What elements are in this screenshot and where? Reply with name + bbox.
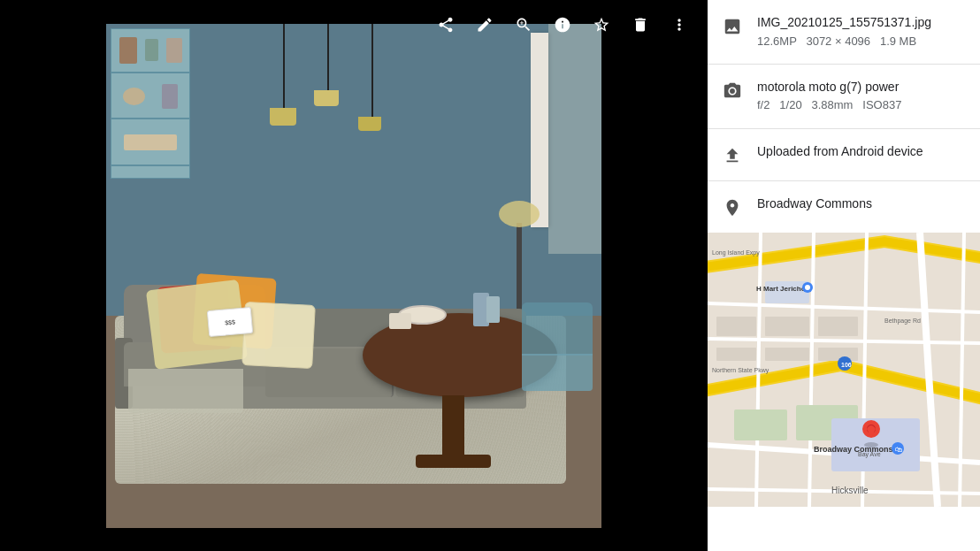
filename: IMG_20210125_155751371.jpg [757,14,966,32]
svg-point-0 [730,88,735,94]
upload-label: Uploaded from Android device [757,143,966,161]
photo-container: $$$ [0,0,708,551]
delete-button[interactable] [623,7,658,42]
svg-rect-14 [818,348,858,361]
svg-rect-9 [716,317,756,336]
toolbar [417,0,708,50]
file-info-content: IMG_20210125_155751371.jpg 12.6MP 3072 ×… [757,14,966,50]
svg-rect-13 [818,317,858,336]
svg-rect-10 [716,348,756,361]
aperture: f/2 [757,98,769,111]
shutter: 1/20 [779,98,801,111]
svg-text:🛍: 🛍 [895,446,902,454]
camera-settings: f/2 1/20 3.88mm ISO837 [757,97,966,113]
image-icon [722,16,743,37]
edit-button[interactable] [467,7,502,42]
svg-point-31 [864,442,878,448]
focal-length: 3.88mm [811,98,853,111]
svg-text:Northern State Pkwy: Northern State Pkwy [712,367,769,374]
location-content: Broadway Commons [757,195,966,213]
info-panel: IMG_20210125_155751371.jpg 12.6MP 3072 ×… [708,0,980,551]
svg-rect-11 [765,317,809,336]
camera-icon [722,80,743,102]
map-section[interactable]: Long Island Expy Northern State Pkwy Bet… [708,233,980,551]
svg-text:Long Island Expy: Long Island Expy [712,249,760,256]
svg-rect-15 [734,409,787,440]
location-name: Broadway Commons [757,195,966,213]
share-button[interactable] [428,7,463,42]
megapixels: 12.6MP [757,34,797,48]
favorite-button[interactable] [584,7,619,42]
svg-point-25 [805,285,810,290]
svg-text:Hicksville: Hicksville [831,486,869,495]
filesize: 1.9 MB [880,34,916,48]
svg-text:Broadway Commons: Broadway Commons [814,445,893,454]
more-button[interactable] [662,7,697,42]
svg-text:H Mart Jericho: H Mart Jericho [756,285,806,293]
camera-info-section: motorola moto g(7) power f/2 1/20 3.88mm… [708,65,980,129]
file-details: 12.6MP 3072 × 4096 1.9 MB [757,34,966,50]
photo-scene: $$$ [106,24,601,528]
camera-model: motorola moto g(7) power [757,79,966,96]
map-svg: Long Island Expy Northern State Pkwy Bet… [708,233,980,507]
zoom-button[interactable] [506,7,541,42]
location-pin-icon [722,197,743,218]
dimensions: 3072 × 4096 [806,34,870,48]
camera-info-content: motorola moto g(7) power f/2 1/20 3.88mm… [757,79,966,114]
file-info-section: IMG_20210125_155751371.jpg 12.6MP 3072 ×… [708,0,980,65]
upload-section: Uploaded from Android device [708,129,980,181]
svg-text:106: 106 [841,362,852,368]
upload-content: Uploaded from Android device [757,143,966,161]
info-button[interactable] [545,7,580,42]
upload-icon [722,145,743,166]
iso: ISO837 [862,98,901,111]
photo-panel: $$$ [0,0,708,551]
svg-rect-12 [765,348,809,361]
location-section: Broadway Commons [708,181,980,233]
svg-text:Bethpage Rd: Bethpage Rd [884,318,921,325]
